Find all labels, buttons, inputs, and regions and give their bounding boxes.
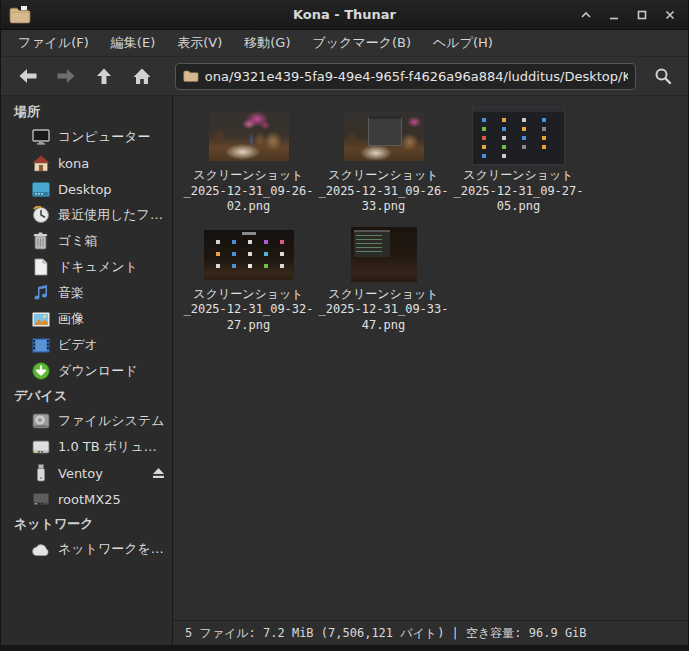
music-icon <box>31 284 50 303</box>
main-pane: スクリーンショット_2025-12-31_09-26-02.png スクリーンシ… <box>173 96 688 645</box>
sidebar-item-volume[interactable]: 1.0 TB ボリューム <box>1 434 172 460</box>
minimize-button[interactable] <box>604 5 624 25</box>
folder-icon <box>9 6 31 24</box>
shade-button[interactable] <box>576 5 596 25</box>
file-thumbnail <box>351 227 417 282</box>
thunar-window: Kona - Thunar ファイル(F) 編集(E) 表示(V) 移動(G) … <box>0 0 689 651</box>
back-button[interactable] <box>9 61 47 91</box>
file-thumbnail <box>344 111 424 161</box>
toolbar: ona/9321e439-5fa9-49e4-965f-f4626a96a884… <box>1 57 688 96</box>
home-button[interactable] <box>123 61 161 91</box>
file-item[interactable]: スクリーンショット_2025-12-31_09-33-47.png <box>316 223 451 334</box>
menubar: ファイル(F) 編集(E) 表示(V) 移動(G) ブックマーク(B) ヘルプ(… <box>1 30 688 57</box>
menu-help[interactable]: ヘルプ(H) <box>422 30 504 56</box>
sidebar-item-browse-network[interactable]: ネットワークを参照 <box>1 536 172 562</box>
forward-button[interactable] <box>47 61 85 91</box>
file-name: スクリーンショット_2025-12-31_09-26-33.png <box>318 168 448 215</box>
sidebar-item-home-kona[interactable]: kona <box>1 150 172 176</box>
home-folder-icon <box>31 154 50 173</box>
window-bottom-border <box>1 645 688 651</box>
eject-button[interactable] <box>150 465 166 481</box>
eject-icon <box>152 467 165 479</box>
search-icon <box>654 67 672 85</box>
titlebar[interactable]: Kona - Thunar <box>1 0 688 30</box>
home-icon <box>133 68 151 85</box>
trash-icon <box>31 232 50 251</box>
file-item[interactable]: スクリーンショット_2025-12-31_09-27-05.png <box>451 104 586 215</box>
status-bar: 5 ファイル: 7.2 MiB (7,506,121 バイト) | 空き容量: … <box>173 620 688 645</box>
close-button[interactable] <box>660 5 680 25</box>
file-thumbnail <box>472 107 565 165</box>
arrow-up-icon <box>96 67 112 85</box>
usb-stick-icon <box>31 464 50 483</box>
file-item[interactable]: スクリーンショット_2025-12-31_09-26-33.png <box>316 104 451 215</box>
folder-icon <box>183 69 199 83</box>
sidebar-header-network: ネットワーク <box>1 512 172 536</box>
sidebar-item-ventoy[interactable]: Ventoy <box>1 460 172 486</box>
arrow-left-icon <box>18 68 38 84</box>
sidebar-item-filesystem[interactable]: ファイルシステム <box>1 408 172 434</box>
computer-icon <box>31 128 50 147</box>
file-name: スクリーンショット_2025-12-31_09-26-02.png <box>183 168 313 215</box>
volume-drive-icon <box>31 438 50 457</box>
file-thumbnail <box>204 230 294 280</box>
sidebar-item-recent[interactable]: 最近使用したファ… <box>1 202 172 228</box>
video-icon <box>31 336 50 355</box>
arrow-right-icon <box>56 68 76 84</box>
sidebar-header-devices: デバイス <box>1 384 172 408</box>
file-item[interactable]: スクリーンショット_2025-12-31_09-32-27.png <box>181 223 316 334</box>
menu-go[interactable]: 移動(G) <box>233 30 301 56</box>
chevron-up-icon <box>580 9 592 21</box>
network-cloud-icon <box>31 540 50 559</box>
path-bar[interactable]: ona/9321e439-5fa9-49e4-965f-f4626a96a884… <box>175 63 636 90</box>
sidebar-item-rootmx25[interactable]: rootMX25 <box>1 486 172 512</box>
desktop-icon <box>31 180 50 199</box>
up-button[interactable] <box>85 61 123 91</box>
menu-edit[interactable]: 編集(E) <box>100 30 166 56</box>
download-icon <box>31 362 50 381</box>
sidebar-item-trash[interactable]: ゴミ箱 <box>1 228 172 254</box>
sidebar: 場所 コンピューター kona Desktop <box>1 96 173 645</box>
file-grid[interactable]: スクリーンショット_2025-12-31_09-26-02.png スクリーンシ… <box>173 96 688 620</box>
pictures-icon <box>31 310 50 329</box>
file-name: スクリーンショット_2025-12-31_09-33-47.png <box>318 287 448 334</box>
maximize-button[interactable] <box>632 5 652 25</box>
recent-clock-icon <box>31 206 50 225</box>
sidebar-item-computer[interactable]: コンピューター <box>1 124 172 150</box>
file-name: スクリーンショット_2025-12-31_09-27-05.png <box>453 168 583 215</box>
file-thumbnail <box>209 111 289 161</box>
sidebar-item-downloads[interactable]: ダウンロード <box>1 358 172 384</box>
search-button[interactable] <box>646 61 680 91</box>
sidebar-item-videos[interactable]: ビデオ <box>1 332 172 358</box>
path-text: ona/9321e439-5fa9-49e4-965f-f4626a96a884… <box>205 69 628 84</box>
menu-view[interactable]: 表示(V) <box>166 30 233 56</box>
minimize-icon <box>608 9 620 21</box>
menu-file[interactable]: ファイル(F) <box>7 30 100 56</box>
sidebar-item-pictures[interactable]: 画像 <box>1 306 172 332</box>
harddisk-icon <box>31 412 50 431</box>
file-name: スクリーンショット_2025-12-31_09-32-27.png <box>183 287 313 334</box>
dark-drive-icon <box>31 490 50 509</box>
maximize-icon <box>636 9 648 21</box>
sidebar-item-desktop[interactable]: Desktop <box>1 176 172 202</box>
document-icon <box>31 258 50 277</box>
status-text: 5 ファイル: 7.2 MiB (7,506,121 バイト) | 空き容量: … <box>185 625 587 642</box>
sidebar-header-places: 場所 <box>1 100 172 124</box>
sidebar-item-music[interactable]: 音楽 <box>1 280 172 306</box>
close-icon <box>664 9 676 21</box>
menu-bookmarks[interactable]: ブックマーク(B) <box>301 30 422 56</box>
file-item[interactable]: スクリーンショット_2025-12-31_09-26-02.png <box>181 104 316 215</box>
sidebar-item-documents[interactable]: ドキュメント <box>1 254 172 280</box>
